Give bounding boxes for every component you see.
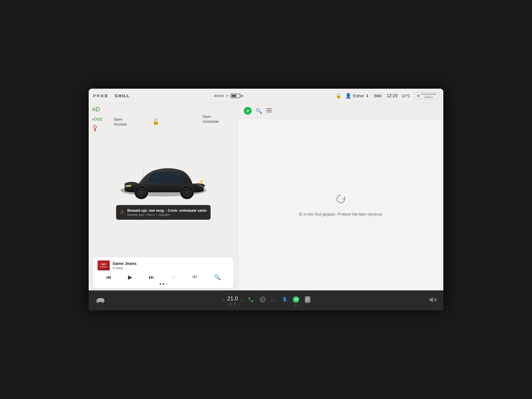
error-message: Er is iets fout gegaan. Probeer het late… — [299, 212, 383, 216]
dot-2 — [163, 283, 164, 285]
gear-r[interactable]: R — [97, 94, 99, 98]
song-sub-text: View — [116, 266, 123, 270]
temperature-control: ‹ 21.0 ⊡ ⊡ › — [223, 295, 242, 305]
separator: · — [111, 94, 112, 97]
spotify-logo[interactable] — [244, 107, 252, 115]
bluetooth-button[interactable] — [282, 296, 287, 305]
dot-1 — [160, 283, 161, 285]
spotify-button[interactable] — [292, 296, 300, 305]
svg-point-22 — [102, 301, 104, 303]
svg-rect-15 — [195, 275, 195, 278]
svg-point-21 — [97, 301, 99, 303]
campus-text: campus — [100, 266, 107, 268]
temp-decrease-button[interactable]: ‹ — [223, 298, 224, 303]
refresh-icon[interactable] — [335, 193, 347, 208]
song-sub: ⊞ View — [112, 266, 137, 270]
svg-rect-14 — [193, 276, 193, 278]
top-bar-left: P R N D · CHILL 44 km ❄ — [93, 93, 243, 98]
grid-icon: ⊞ — [112, 267, 115, 270]
more-options-button[interactable]: ··· — [271, 298, 277, 303]
prev-track-button[interactable]: ⏮ — [104, 273, 114, 282]
passenger-airbag-indicator: ⊕ PASSENGER AIRBAG — [414, 92, 439, 100]
gear-n[interactable]: N — [101, 94, 103, 98]
left-panel: ≡D ≡DGE Open Voorbak 🔓 — [89, 103, 238, 290]
charging-notification[interactable]: ⚠ Betaald opl. niet mog. - Contr. onbeta… — [116, 205, 211, 220]
svg-point-25 — [262, 299, 263, 300]
music-header: npo campus Same Jeans ⊞ View — [98, 260, 229, 270]
volume-mute-button[interactable] — [428, 296, 437, 305]
seat-heat-icon[interactable]: ⊡ — [229, 302, 231, 305]
chill-mode-label: CHILL — [115, 93, 130, 98]
next-track-button[interactable]: ⏭ — [147, 273, 157, 282]
airbag-label-2: AIRBAG — [421, 96, 436, 99]
phone-button[interactable] — [248, 296, 254, 305]
sos-badge[interactable]: SOS — [373, 94, 383, 98]
snowflake-icon: ❄ — [226, 94, 229, 98]
play-pause-button[interactable]: ▶ — [126, 273, 134, 282]
gear-d[interactable]: D — [105, 94, 108, 98]
npo-text: npo — [101, 263, 106, 266]
prnd-selector[interactable]: P R N D — [93, 94, 108, 98]
taskbar-icons: ··· — [248, 296, 311, 305]
clock-display: 12:20 — [387, 93, 398, 98]
frunk-lock-icon: 🔓 — [152, 118, 159, 125]
tesla-screen: P R N D · CHILL 44 km ❄ 🔓 👤 — [89, 89, 443, 310]
dashcam-button[interactable] — [259, 296, 266, 305]
battery-indicator — [231, 94, 243, 98]
menu-lines-button[interactable] — [266, 108, 272, 114]
open-achterbak-label[interactable]: Open Achterbak — [202, 114, 219, 124]
search-music-button[interactable]: 🔍 — [212, 273, 223, 282]
svg-text:⚡: ⚡ — [198, 179, 204, 185]
warning-icon: ⚠ — [120, 209, 124, 215]
svg-rect-27 — [305, 296, 310, 303]
car-button[interactable] — [95, 296, 105, 305]
svg-point-7 — [140, 191, 143, 194]
npo-logo: npo campus — [98, 260, 110, 270]
range-info: 44 km ❄ — [214, 94, 243, 98]
notification-content: Betaald opl. niet mog. - Contr. onbetaal… — [127, 208, 207, 216]
right-top-bar: 🔍 — [238, 103, 443, 119]
svg-point-10 — [185, 191, 189, 194]
bottom-right-controls — [428, 296, 437, 305]
music-controls: ⏮ ▶ ⏭ ☆ 🔍 — [98, 273, 229, 282]
user-avatar-icon: 👤 — [345, 93, 351, 99]
lock-icon[interactable]: 🔓 — [336, 93, 341, 98]
equalizer-button[interactable] — [190, 273, 200, 282]
outside-temp: 10°C — [401, 94, 410, 98]
temp-sub-icons: ⊡ ⊡ — [227, 302, 238, 305]
airbag-icon: ⊕ — [417, 93, 420, 98]
dot-3 — [166, 283, 167, 285]
steering-heat-icon[interactable]: ⊡ — [234, 302, 236, 305]
music-info: Same Jeans ⊞ View — [112, 261, 137, 270]
notification-subtitle: Mobiele app > Menu > Opladen — [127, 213, 207, 216]
open-voorbak-label[interactable]: Open Voorbak — [114, 117, 127, 127]
user-info: 👤 Esther ⬇ — [345, 93, 369, 99]
top-bar-right: 🔓 👤 Esther ⬇ SOS 12:20 10°C ⊕ PASSENGER … — [243, 92, 439, 100]
page-indicator — [98, 283, 229, 285]
range-km: 44 km — [214, 94, 224, 98]
search-button[interactable]: 🔍 — [255, 108, 262, 114]
top-status-bar: P R N D · CHILL 44 km ❄ 🔓 👤 — [89, 89, 443, 103]
bottom-center-controls: ‹ 21.0 ⊡ ⊡ › — [223, 295, 310, 305]
spotify-error-content: Er is iets fout gegaan. Probeer het late… — [238, 119, 443, 290]
song-title: Same Jeans — [112, 261, 137, 266]
airbag-label-1: PASSENGER — [421, 93, 436, 96]
notification-title: Betaald opl. niet mog. - Contr. onbetaal… — [127, 208, 207, 213]
favorite-button[interactable]: ☆ — [169, 273, 178, 281]
main-content: ≡D ≡DGE Open Voorbak 🔓 — [89, 103, 443, 290]
svg-rect-16 — [196, 276, 197, 278]
bottom-taskbar: ‹ 21.0 ⊡ ⊡ › — [89, 290, 443, 310]
temp-value: 21.0 — [227, 295, 238, 302]
temp-increase-button[interactable]: › — [241, 298, 242, 303]
music-player: npo campus Same Jeans ⊞ View ⏮ ▶ ⏭ — [93, 257, 234, 288]
car-image: ⚡ — [116, 147, 211, 203]
gear-p[interactable]: P — [93, 94, 96, 98]
user-name: Esther — [353, 94, 364, 98]
notes-button[interactable] — [305, 296, 311, 305]
bottom-left — [95, 296, 105, 305]
right-panel: 🔍 Er is iets fout gegaan. Probee — [238, 103, 443, 290]
car-visualization-area: Open Voorbak 🔓 Open Achterbak — [89, 103, 238, 255]
download-icon: ⬇ — [366, 94, 369, 98]
